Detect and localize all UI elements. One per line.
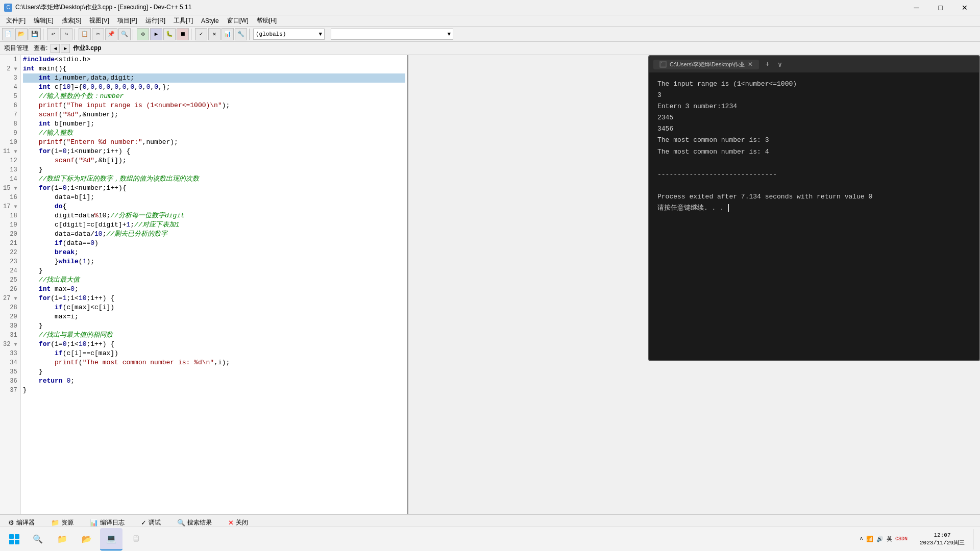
tab-debug-label: 调试 (149, 518, 161, 527)
code-line-6: printf("The input range is (1<number<=10… (23, 101, 405, 110)
resources-icon: 📁 (51, 519, 59, 527)
code-line-13: } (23, 165, 405, 174)
stop-button[interactable]: ⏹ (177, 28, 189, 40)
maximize-button[interactable]: □ (929, 0, 952, 15)
menu-tools[interactable]: 工具[T] (169, 15, 197, 26)
compile-button[interactable]: ⚙ (137, 28, 149, 40)
code-line-33: if(c[i]==c[max]) (23, 349, 405, 358)
chart-button[interactable]: 📊 (222, 28, 234, 40)
menu-window[interactable]: 窗口[W] (223, 15, 253, 26)
cut-button[interactable]: ✂ (92, 28, 104, 40)
compiler-icon: ⚙ (8, 519, 14, 527)
code-line-16: data=b[i]; (23, 193, 405, 202)
code-line-5: //输入整数的个数：number (23, 92, 405, 101)
menu-help[interactable]: 帮助[H] (253, 15, 281, 26)
menu-file[interactable]: 文件[F] (2, 15, 30, 26)
clock-time: 12:07 (920, 532, 965, 539)
code-line-25: //找出最大值 (23, 276, 405, 285)
search-results-icon: 🔍 (177, 519, 185, 527)
nav-next[interactable]: ▶ (61, 44, 70, 53)
new-button[interactable]: 📄 (2, 28, 14, 40)
code-editor[interactable]: #include<stdio.h> int main(){ int i,numb… (21, 55, 407, 514)
close-file-button[interactable]: ✕ (208, 28, 220, 40)
code-line-17: do{ (23, 202, 405, 211)
tool2-button[interactable]: 🔧 (235, 28, 247, 40)
close-tab-icon: ✕ (228, 519, 234, 527)
taskbar-folder[interactable]: 📂 (76, 528, 98, 550)
terminal-tab-close[interactable]: ✕ (748, 61, 753, 68)
line-numbers: 1 2 ▼ 3 4 5 6 7 8 9 10 11 ▼ 12 13 14 15 … (0, 55, 21, 514)
tab-search-results-label: 搜索结果 (187, 518, 212, 527)
title-bar: C C:\Users\李矩烨\Desktop\作业3.cpp - [Execut… (0, 0, 980, 15)
nav-prev[interactable]: ◀ (51, 44, 60, 53)
find-button[interactable]: 🔍 (118, 28, 131, 40)
tray-volume[interactable]: 🔊 (876, 536, 884, 542)
terminal-line-4: 2345 (657, 112, 971, 123)
debug-tab-icon: ✓ (141, 519, 146, 527)
menu-run[interactable]: 运行[R] (141, 15, 169, 26)
code-line-14: //数组下标为对应的数字，数组的值为该数出现的次数 (23, 174, 405, 184)
code-line-31: //找出与最大值的相同数 (23, 331, 405, 340)
tray-arrow[interactable]: ^ (860, 536, 863, 542)
open-button[interactable]: 📂 (15, 28, 28, 40)
code-line-19: c[digit]=c[digit]+1;//对应下表加1 (23, 220, 405, 230)
tray-csdn[interactable]: CSDN (895, 536, 908, 542)
terminal-line-5: 3456 (657, 123, 971, 135)
code-line-8: int b[number]; (23, 119, 405, 129)
editor-content[interactable]: 1 2 ▼ 3 4 5 6 7 8 9 10 11 ▼ 12 13 14 15 … (0, 55, 407, 514)
code-line-35: } (23, 367, 405, 377)
terminal-path: C:\Users\李矩烨\Desktop\作业 (670, 61, 745, 68)
start-button[interactable] (4, 529, 24, 549)
toolbar-main: 📄 📂 💾 ↩ ↪ 📋 ✂ 📌 🔍 ⚙ ▶ 🐛 ⏹ ✓ ✕ 📊 🔧 (globa… (0, 27, 980, 42)
show-desktop-button[interactable] (973, 529, 976, 549)
terminal-line-3: Entern 3 number:1234 (657, 101, 971, 112)
menu-astyle[interactable]: AStyle (197, 16, 223, 26)
editor-panel: 1 2 ▼ 3 4 5 6 7 8 9 10 11 ▼ 12 13 14 15 … (0, 55, 408, 514)
check-button[interactable]: ✓ (195, 28, 207, 40)
taskbar-right: ^ 📶 🔊 英 CSDN 12:07 2023/11/29周三 (855, 529, 976, 549)
tray-lang[interactable]: 英 (887, 535, 892, 543)
terminal-tab[interactable]: ⬛ C:\Users\李矩烨\Desktop\作业 ✕ (653, 60, 759, 69)
tray-wifi[interactable]: 📶 (866, 536, 873, 542)
copy-button[interactable]: 📋 (79, 28, 91, 40)
save-button[interactable]: 💾 (29, 28, 41, 40)
view-label: 查看: (32, 44, 50, 53)
run-button[interactable]: ▶ (150, 28, 162, 40)
code-line-27: for(i=1;i<10;i++) { (23, 294, 405, 303)
search-dropdown[interactable]: ▼ (331, 29, 453, 40)
taskbar-dev-cpp[interactable]: 💻 (100, 528, 122, 550)
taskbar-terminal[interactable]: 🖥 (125, 528, 147, 550)
terminal-line-2: 3 (657, 90, 971, 101)
code-line-9: //输入整数 (23, 129, 405, 138)
tab-close-label: 关闭 (236, 518, 248, 527)
code-line-10: printf("Entern %d number:",number); (23, 138, 405, 147)
terminal-line-1: The input range is (1<number<=1000) (657, 79, 971, 90)
windows-logo (9, 534, 19, 544)
terminal-line-9 (657, 180, 971, 191)
terminal-dropdown[interactable]: ∨ (776, 60, 784, 69)
terminal-new-tab[interactable]: + (763, 60, 771, 68)
clock[interactable]: 12:07 2023/11/29周三 (916, 532, 969, 546)
code-line-28: if(c[max]<c[i]) (23, 303, 405, 312)
code-line-30: } (23, 321, 405, 331)
menu-project[interactable]: 项目[P] (113, 15, 141, 26)
system-tray: ^ 📶 🔊 英 CSDN (855, 535, 912, 543)
code-line-15: for(i=0;i<number;i++){ (23, 184, 405, 193)
undo-button[interactable]: ↩ (47, 28, 59, 40)
taskbar-explorer[interactable]: 📁 (51, 528, 74, 550)
paste-button[interactable]: 📌 (105, 28, 117, 40)
code-line-26: int max=0; (23, 285, 405, 294)
debug-button[interactable]: 🐛 (163, 28, 176, 40)
clock-date: 2023/11/29周三 (920, 539, 965, 546)
menu-search[interactable]: 搜索[S] (58, 15, 86, 26)
minimize-button[interactable]: ─ (905, 0, 928, 15)
code-line-29: max=i; (23, 312, 405, 321)
close-button[interactable]: ✕ (953, 0, 976, 15)
taskbar-search[interactable]: 🔍 (27, 528, 49, 550)
code-line-20: data=data/10;//删去已分析的数字 (23, 230, 405, 239)
globals-dropdown[interactable]: (globals) ▼ (253, 29, 325, 40)
menu-edit[interactable]: 编辑[E] (30, 15, 58, 26)
redo-button[interactable]: ↪ (60, 28, 72, 40)
menu-bar: 文件[F] 编辑[E] 搜索[S] 视图[V] 项目[P] 运行[R] 工具[T… (0, 15, 980, 27)
menu-view[interactable]: 视图[V] (85, 15, 113, 26)
